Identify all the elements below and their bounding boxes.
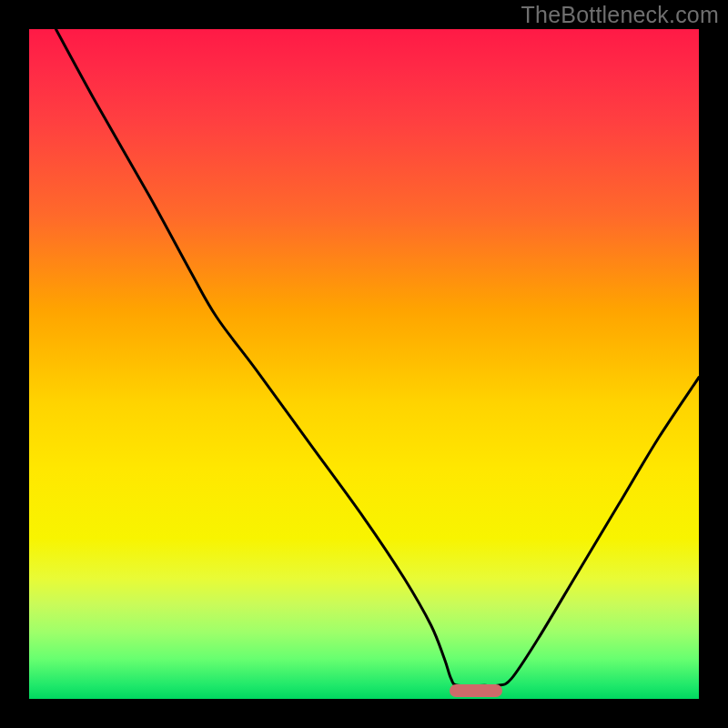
chart-plot-area <box>29 29 699 699</box>
chart-curve-svg <box>29 29 699 699</box>
watermark-text: TheBottleneck.com <box>521 2 719 28</box>
bottleneck-curve-path <box>56 29 699 686</box>
optimal-range-marker <box>450 684 502 697</box>
